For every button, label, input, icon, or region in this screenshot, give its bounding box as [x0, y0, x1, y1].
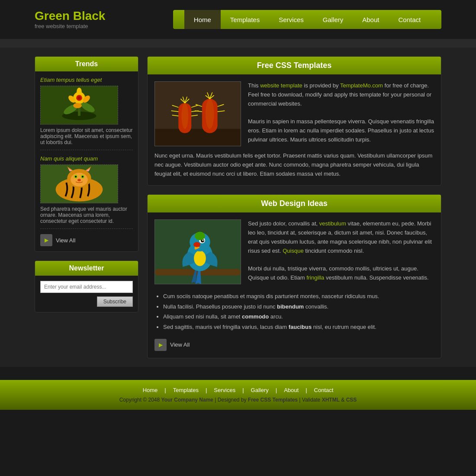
newsletter-input[interactable]: [40, 281, 133, 293]
footer-nav: Home | Templates | Services | Gallery | …: [35, 387, 441, 393]
article1-p2: Mauris in sapien in massa pellentesque v…: [248, 117, 434, 144]
article1-p1: This website template is provided by Tem…: [248, 81, 434, 108]
page-wrapper: Trends Etiam tempus tellus eget: [0, 48, 476, 367]
bullet-item-2: Nulla facilisi. Phasellus posuere justo …: [163, 302, 434, 312]
trend2-title: Nam quis aliquet quam: [40, 155, 133, 162]
site-title: Green Black: [35, 10, 164, 23]
svg-point-50: [206, 99, 214, 129]
newsletter-content: Subscribe: [35, 276, 138, 312]
company-link[interactable]: Your Company Name: [161, 397, 213, 403]
css-templates-inner: This website template is provided by Tem…: [148, 74, 441, 185]
svg-point-23: [82, 176, 84, 177]
trend2-text: Sed pharetra neque vel mauris auctor orn…: [40, 206, 133, 229]
trends-box: Trends Etiam tempus tellus eget: [35, 56, 138, 252]
svg-point-58: [202, 240, 203, 241]
free-css-link[interactable]: Free CSS Templates: [248, 397, 298, 403]
logo: Green Black free website template: [35, 10, 164, 29]
footer-nav-home[interactable]: Home: [136, 387, 165, 393]
footer-copy: Copyright © 2048 Your Company Name | Des…: [35, 397, 441, 403]
css-templates-title: Free CSS Templates: [148, 57, 441, 74]
article1-top: This website template is provided by Tem…: [154, 81, 434, 146]
website-template-link[interactable]: website template: [260, 82, 302, 89]
svg-point-11: [77, 96, 81, 100]
footer-nav-about[interactable]: About: [277, 387, 306, 393]
view-all-link-2[interactable]: View All: [170, 341, 190, 348]
svg-point-60: [193, 242, 200, 248]
css-templates-box: Free CSS Templates: [147, 56, 441, 186]
article2-p2: Morbi dui nulla, tristique viverra, comm…: [248, 264, 434, 283]
footer: Home | Templates | Services | Gallery | …: [0, 380, 476, 410]
css-link[interactable]: CSS: [346, 397, 357, 403]
nav-services[interactable]: Services: [269, 10, 313, 29]
nav-contact[interactable]: Contact: [389, 10, 430, 29]
web-design-box: Web Design Ideas: [147, 194, 441, 358]
sidebar: Trends Etiam tempus tellus eget: [35, 56, 138, 358]
header: Green Black free website template Home T…: [0, 0, 476, 39]
footer-nav-contact[interactable]: Contact: [307, 387, 341, 393]
copyright-text: Copyright © 2048: [119, 397, 160, 403]
parrot-image: [154, 219, 241, 284]
article2-text: Sed justo dolor, convallis at, vestibulu…: [248, 219, 434, 284]
templatemo-link[interactable]: TemplateMo.com: [340, 82, 383, 89]
main-nav: Home Templates Services Gallery About Co…: [173, 10, 441, 29]
main-content: Free CSS Templates: [147, 56, 441, 358]
footer-nav-gallery[interactable]: Gallery: [244, 387, 276, 393]
nav-home[interactable]: Home: [184, 10, 221, 29]
nav-about[interactable]: About: [353, 10, 389, 29]
quisque-link[interactable]: Quisque: [283, 248, 303, 254]
bullet-item-4: Sed sagittis, mauris vel fringilla variu…: [163, 322, 434, 332]
svg-point-8: [73, 103, 82, 108]
nav-templates[interactable]: Templates: [221, 10, 269, 29]
newsletter-title: Newsletter: [35, 261, 138, 276]
bottom-strip: [0, 367, 476, 380]
trend1-image: [40, 86, 118, 125]
svg-point-24: [77, 179, 81, 181]
bullet-list: Cum sociis natoque penatibus et magnis d…: [154, 291, 434, 332]
svg-rect-26: [155, 129, 241, 146]
article1-p3: Nunc eget urna. Mauris vestibulum felis …: [154, 151, 434, 178]
view-all-btn[interactable]: ▶ View All: [40, 234, 133, 246]
bullet-item-1: Cum sociis natoque penatibus et magnis d…: [163, 291, 434, 301]
article2-top: Sed justo dolor, convallis at, vestibulu…: [154, 219, 434, 284]
view-all-btn-2[interactable]: ▶ View All: [154, 339, 434, 351]
xhtml-link[interactable]: XHTML: [322, 397, 340, 403]
site-subtitle: free website template: [35, 23, 88, 29]
article2-p1: Sed justo dolor, convallis at, vestibulu…: [248, 219, 434, 255]
vestibulum-link[interactable]: vestibulum: [319, 220, 346, 227]
and-text: &: [341, 397, 344, 403]
designed-by-text: | Designed by: [215, 397, 246, 403]
cactus-image: [154, 81, 241, 146]
trend1-title: Etiam tempus tellus eget: [40, 77, 133, 83]
nav-gallery[interactable]: Gallery: [313, 10, 353, 29]
trends-content: Etiam tempus tellus eget: [35, 71, 138, 251]
play-icon: ▶: [40, 234, 52, 246]
validate-text: | Validate: [299, 397, 320, 403]
trends-title: Trends: [35, 57, 138, 71]
web-design-inner: Sed justo dolor, convallis at, vestibulu…: [148, 212, 441, 358]
bullet-item-3: Aliquam sed nisi nulla, sit amet commodo…: [163, 312, 434, 322]
svg-point-6: [77, 87, 82, 96]
subscribe-button[interactable]: Subscribe: [97, 296, 133, 307]
trend2-image: [40, 164, 118, 203]
bg-strip: [0, 39, 476, 48]
fringilla-link[interactable]: fringilla: [306, 274, 324, 281]
web-design-title: Web Design Ideas: [148, 195, 441, 212]
svg-point-49: [181, 103, 188, 129]
article1-text: This website template is provided by Tem…: [248, 81, 434, 146]
play-icon-2: ▶: [154, 339, 167, 351]
svg-point-59: [195, 232, 205, 241]
svg-point-22: [75, 176, 77, 177]
footer-nav-templates[interactable]: Templates: [166, 387, 206, 393]
newsletter-box: Newsletter Subscribe: [35, 261, 138, 312]
trend1-text: Lorem ipsum dolor sit amet, consectetur …: [40, 127, 133, 150]
footer-nav-services[interactable]: Services: [207, 387, 242, 393]
view-all-link[interactable]: View All: [56, 237, 75, 244]
svg-point-54: [194, 251, 206, 266]
